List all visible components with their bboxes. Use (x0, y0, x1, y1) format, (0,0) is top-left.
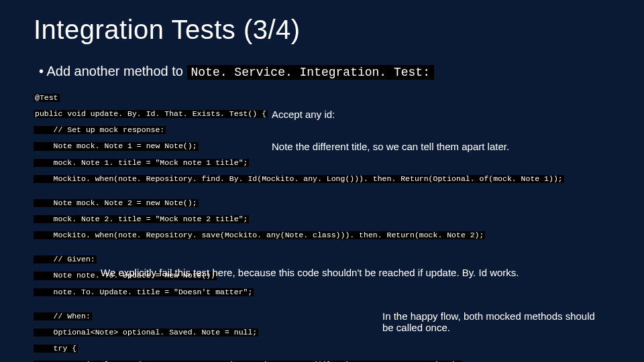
annotation-different-title: Note the different title, so we can tell… (272, 141, 621, 152)
code-l17: Optional<Note> optional. Saved. Note = n… (34, 328, 258, 337)
code-block: @Test public void update. By. Id. That. … (34, 86, 610, 362)
annotation-explicit-fail: We explicitly fail this test here, becau… (101, 267, 637, 278)
bullet-line: Add another method to Note. Service. Int… (34, 64, 610, 79)
annotation-happy-flow: In the happy flow, both mocked methods s… (382, 310, 604, 334)
code-l16: // When: (34, 312, 92, 320)
annotation-accept-id: Accept any id: (272, 109, 335, 120)
code-l10: Mockito. when(note. Repository. save(Moc… (34, 231, 485, 239)
bullet-code: Note. Service. Integration. Test: (187, 65, 434, 80)
code-l08: Note mock. Note 2 = new Note(); (34, 199, 199, 207)
bullet-text: Add another method to (46, 64, 186, 78)
slide: Integration Tests (3/4) Add another meth… (0, 0, 644, 362)
code-l12: // Given: (34, 255, 97, 263)
code-l06: Mockito. when(note. Repository. find. By… (34, 175, 564, 183)
code-l09: mock. Note 2. title = "Mock note 2 title… (34, 215, 249, 223)
code-l14: note. To. Update. title = "Doesn't matte… (34, 288, 254, 296)
code-l01: @Test (34, 94, 60, 102)
code-l04: Note mock. Note 1 = new Note(); (34, 142, 199, 150)
code-l18: try { (34, 345, 78, 353)
code-l03: // Set up mock response: (34, 126, 166, 134)
code-l02: public void update. By. Id. That. Exists… (34, 110, 268, 118)
slide-title: Integration Tests (3/4) (34, 15, 610, 45)
code-l05: mock. Note 1. title = "Mock note 1 title… (34, 159, 249, 167)
